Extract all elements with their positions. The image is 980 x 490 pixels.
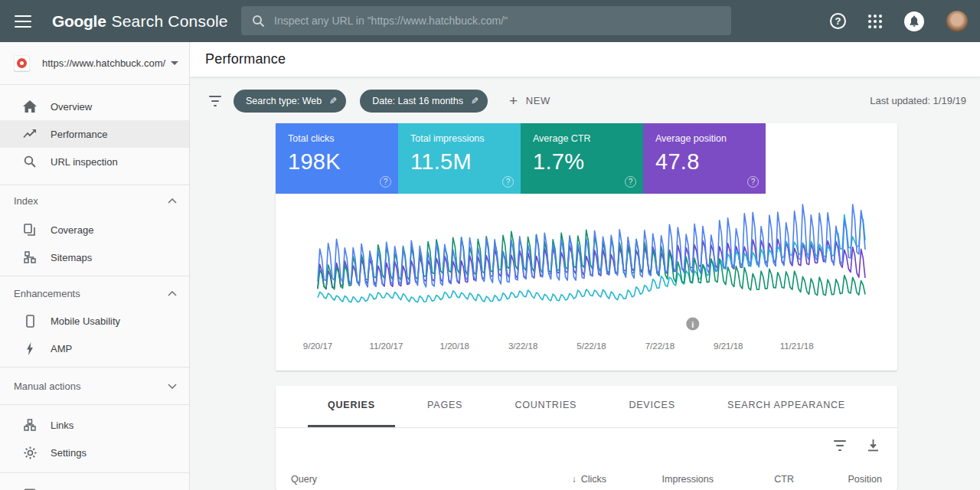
column-position[interactable]: Position: [794, 474, 882, 485]
google-apps-icon[interactable]: [868, 15, 882, 28]
series-impressions: [318, 214, 865, 302]
tab-devices[interactable]: DEVICES: [609, 386, 694, 427]
x-axis-label: 9/20/17: [303, 341, 332, 351]
page-title: Performance: [205, 51, 286, 67]
help-icon[interactable]: ?: [830, 13, 846, 29]
plus-icon: +: [509, 93, 518, 109]
chip-date-range[interactable]: Date: Last 16 months ✎: [360, 90, 488, 113]
main-content: Performance Search type: Web ✎ Date: Las…: [190, 42, 980, 490]
table-filter-icon[interactable]: [833, 440, 847, 451]
notifications-bell-icon[interactable]: [904, 11, 924, 31]
chevron-up-icon: [168, 198, 177, 204]
metrics-row: Total clicks 198K ? Total impressions 11…: [276, 123, 897, 194]
help-icon[interactable]: ?: [502, 176, 514, 188]
property-selector[interactable]: https://www.hatchbuck.com/: [0, 42, 189, 85]
column-ctr[interactable]: CTR: [714, 474, 794, 485]
help-icon[interactable]: ?: [747, 176, 759, 188]
table-toolbar: [276, 428, 897, 463]
sidebar-item-url-inspection[interactable]: URL inspection: [0, 148, 189, 175]
sidebar-item-settings[interactable]: Settings: [0, 439, 189, 466]
lightning-bolt-icon: [23, 342, 37, 355]
app-logo: GoogleSearch Console: [52, 12, 228, 31]
chevron-down-icon: [168, 384, 177, 389]
links-icon: [23, 419, 37, 431]
coverage-pages-icon: [23, 224, 37, 237]
sidebar-section-index[interactable]: Index: [0, 185, 189, 216]
sidebar-item-performance[interactable]: Performance: [0, 120, 189, 148]
sort-desc-icon: ↓: [572, 474, 577, 485]
download-icon[interactable]: [867, 439, 879, 452]
url-inspection-searchbar[interactable]: [241, 6, 731, 35]
tab-search-appearance[interactable]: SEARCH APPEARANCE: [707, 386, 865, 427]
sidebar-item-coverage[interactable]: Coverage: [0, 216, 189, 243]
x-axis-label: 5/22/18: [577, 341, 606, 351]
column-impressions[interactable]: Impressions: [606, 474, 714, 485]
chip-search-type[interactable]: Search type: Web ✎: [234, 90, 346, 113]
property-favicon: [14, 55, 30, 71]
edit-pencil-icon: ✎: [329, 96, 337, 106]
chart-x-axis: 9/20/1711/20/171/20/183/22/185/22/187/22…: [276, 338, 897, 358]
sitemap-icon: [23, 251, 37, 263]
sidebar-item-mobile-usability[interactable]: Mobile Usability: [0, 307, 189, 335]
metric-total-impressions[interactable]: Total impressions 11.5M ?: [398, 123, 521, 194]
logo-google: Google: [52, 12, 106, 30]
metric-average-ctr[interactable]: Average CTR 1.7% ?: [521, 123, 643, 194]
annotation-glyph: i: [691, 319, 694, 328]
x-axis-label: 11/21/18: [780, 341, 814, 351]
menu-icon[interactable]: [15, 15, 31, 28]
x-axis-label: 9/21/18: [714, 341, 743, 351]
sidebar-section-manual-actions[interactable]: Manual actions: [0, 368, 189, 404]
sidebar-item-links[interactable]: Links: [0, 411, 189, 439]
table-header-row: Query ↓Clicks Impressions CTR Position: [276, 463, 897, 490]
sidebar-section-enhancements[interactable]: Enhancements: [0, 276, 189, 307]
user-avatar[interactable]: [946, 11, 968, 32]
filter-bar: Search type: Web ✎ Date: Last 16 months …: [190, 77, 980, 113]
sidebar-item-amp[interactable]: AMP: [0, 335, 189, 362]
sidebar-item-overview[interactable]: Overview: [0, 93, 189, 120]
tab-countries[interactable]: COUNTRIES: [495, 386, 596, 427]
tab-queries[interactable]: QUERIES: [308, 386, 395, 427]
dimensions-table-card: QUERIES PAGES COUNTRIES DEVICES SEARCH A…: [276, 386, 897, 490]
gear-icon: [23, 446, 37, 459]
column-clicks-sorted[interactable]: ↓Clicks: [492, 474, 606, 485]
search-input[interactable]: [274, 15, 731, 27]
chevron-down-icon: [171, 61, 178, 65]
sidebar-item-sitemaps[interactable]: Sitemaps: [0, 243, 189, 271]
help-icon[interactable]: ?: [380, 176, 391, 188]
logo-product: Search Console: [112, 12, 228, 30]
table-tabs: QUERIES PAGES COUNTRIES DEVICES SEARCH A…: [276, 386, 897, 428]
metric-total-clicks[interactable]: Total clicks 198K ?: [276, 123, 398, 194]
x-axis-label: 1/20/18: [440, 341, 469, 351]
performance-chart-card: Total clicks 198K ? Total impressions 11…: [276, 123, 897, 371]
edit-pencil-icon: ✎: [471, 96, 479, 106]
property-url: https://www.hatchbuck.com/: [42, 57, 171, 69]
metric-average-position[interactable]: Average position 47.8 ?: [643, 123, 766, 194]
x-axis-label: 7/22/18: [645, 341, 675, 351]
chevron-up-icon: [168, 291, 177, 296]
tab-pages[interactable]: PAGES: [407, 386, 482, 427]
new-filter-button[interactable]: + NEW: [509, 93, 550, 109]
last-updated-text: Last updated: 1/19/19: [870, 95, 966, 106]
column-query[interactable]: Query: [291, 474, 492, 485]
trending-up-icon: [23, 129, 37, 139]
filter-icon[interactable]: [208, 96, 222, 106]
page-titlebar: Performance: [190, 42, 980, 77]
top-app-bar: GoogleSearch Console ?: [0, 0, 980, 42]
help-icon[interactable]: ?: [625, 176, 636, 188]
x-axis-label: 11/20/17: [369, 341, 403, 351]
home-icon: [23, 100, 37, 113]
sidebar: https://www.hatchbuck.com/ Overview Perf…: [0, 42, 190, 490]
search-icon: [252, 15, 265, 28]
magnifier-icon: [23, 155, 37, 168]
performance-line-chart: i: [276, 194, 897, 335]
sidebar-item-submit-feedback[interactable]: Submit feedback: [0, 481, 189, 490]
x-axis-label: 3/22/18: [508, 341, 537, 351]
mobile-phone-icon: [23, 315, 37, 328]
